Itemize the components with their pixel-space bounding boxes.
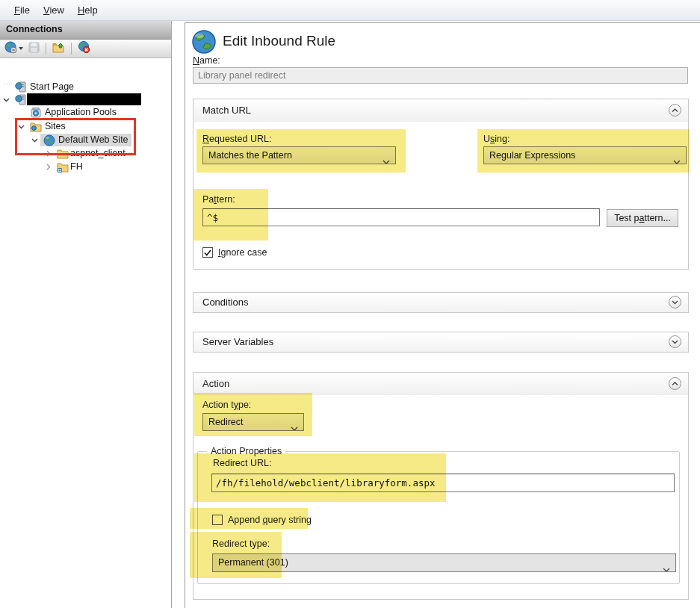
sidebar-item-sites[interactable]: Sites — [0, 120, 171, 133]
chevron-expanded-icon[interactable] — [17, 122, 26, 131]
conditions-section: Conditions — [193, 292, 689, 313]
name-input[interactable] — [193, 67, 688, 84]
test-pattern-button[interactable]: Test pattern... — [607, 209, 678, 227]
connections-toolbar — [0, 40, 171, 58]
page-title: Edit Inbound Rule — [223, 33, 335, 49]
append-query-string-label: Append query string — [228, 515, 312, 525]
append-query-string-checkbox[interactable] — [212, 515, 223, 525]
collapse-up-button[interactable] — [669, 104, 681, 117]
collapse-up-button[interactable] — [669, 377, 681, 390]
redacted-server-name — [27, 93, 141, 105]
using-label: Using: — [483, 134, 509, 144]
disconnect-globe-icon — [78, 41, 90, 56]
chevron-down-icon — [663, 561, 670, 572]
chevron-down-icon — [382, 153, 390, 164]
connect-globe-icon — [4, 41, 17, 56]
folder-icon — [57, 148, 69, 160]
server-icon — [15, 94, 27, 106]
connect-button[interactable] — [3, 41, 25, 56]
collapse-down-button[interactable] — [669, 296, 681, 308]
server-variables-section: Server Variables — [193, 332, 689, 353]
chevron-expanded-icon[interactable] — [31, 136, 40, 145]
chevron-down-icon — [291, 420, 298, 431]
ignore-case-label: Ignore case — [218, 247, 267, 258]
collapse-down-button[interactable] — [669, 335, 681, 348]
match-url-header[interactable]: Match URL — [193, 99, 688, 122]
globe-icon — [43, 134, 55, 146]
server-page-icon — [15, 81, 27, 93]
menu-help[interactable]: Help — [71, 2, 105, 18]
action-properties-legend: Action Properties — [207, 446, 285, 456]
connections-panel: Connections — [0, 21, 172, 608]
chevron-down-icon — [19, 47, 23, 50]
action-section: Action Action type: Redirect Action Prop… — [193, 372, 689, 600]
ignore-case-checkbox[interactable] — [202, 247, 213, 258]
url-rewrite-globe-icon — [191, 29, 217, 57]
match-url-section: Match URL Requested URL: Matches the Pat… — [193, 99, 689, 270]
open-folder-button[interactable] — [51, 41, 66, 56]
chevron-collapsed-icon[interactable] — [44, 163, 53, 172]
open-folder-icon — [52, 42, 65, 56]
toolbar-separator — [71, 43, 72, 55]
app-folder-icon — [57, 161, 69, 173]
action-type-label: Action type: — [202, 400, 251, 410]
chevron-collapsed-icon[interactable] — [44, 149, 53, 158]
chevron-expanded-icon[interactable] — [2, 96, 11, 105]
name-label: Name: — [193, 55, 220, 66]
using-dropdown[interactable]: Regular Expressions — [483, 146, 687, 164]
pattern-input[interactable] — [202, 208, 600, 226]
sidebar-item-aspnet-client[interactable]: aspnet_client — [0, 147, 171, 160]
pattern-label: Pattern: — [202, 194, 235, 205]
application-pools-icon — [30, 107, 42, 119]
sidebar-item-default-web-site[interactable]: Default Web Site — [0, 134, 171, 146]
redirect-type-dropdown[interactable]: Permanent (301) — [212, 553, 676, 572]
save-button[interactable] — [27, 41, 41, 56]
menu-view[interactable]: View — [37, 2, 71, 18]
sites-folder-icon — [30, 121, 42, 133]
menu-bar: File View Help — [0, 0, 700, 21]
connections-header: Connections — [0, 21, 171, 40]
sidebar-item-application-pools[interactable]: Application Pools — [0, 106, 171, 119]
menu-file[interactable]: File — [7, 2, 37, 18]
conditions-header[interactable]: Conditions — [193, 293, 688, 312]
requested-url-label: Requested URL: — [202, 134, 271, 144]
sidebar-item-start-page[interactable]: Start Page — [0, 81, 171, 93]
redirect-type-label: Redirect type: — [212, 539, 270, 549]
toolbar-separator — [46, 43, 46, 55]
action-type-dropdown[interactable]: Redirect — [202, 413, 304, 431]
save-icon — [28, 42, 40, 55]
redirect-url-label: Redirect URL: — [213, 458, 272, 468]
edit-inbound-rule-panel: Edit Inbound Rule Name: Match URL Reques… — [185, 22, 700, 608]
action-header[interactable]: Action — [193, 373, 688, 395]
chevron-down-icon — [673, 153, 681, 164]
action-properties-groupbox: Action Properties Redirect URL: Append q… — [197, 451, 680, 584]
connections-tree: Start Page Application Pools — [0, 78, 171, 605]
requested-url-dropdown[interactable]: Matches the Pattern — [202, 146, 396, 164]
sidebar-item-fh[interactable]: FH — [0, 161, 171, 173]
server-variables-header[interactable]: Server Variables — [193, 332, 688, 352]
disconnect-button[interactable] — [76, 41, 92, 56]
redirect-url-input[interactable] — [211, 474, 675, 492]
sidebar-item-server[interactable] — [0, 93, 171, 106]
